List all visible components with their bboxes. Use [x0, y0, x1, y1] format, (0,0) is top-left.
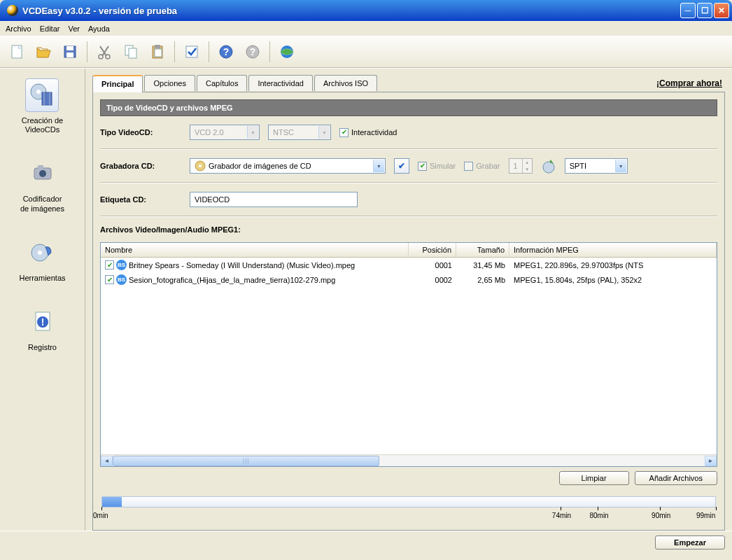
row-checkbox[interactable]: ✔ [105, 275, 114, 284]
limpiar-button[interactable]: Limpiar [559, 471, 629, 485]
chevron-down-icon[interactable]: ▼ [615, 160, 626, 172]
cut-button[interactable] [92, 39, 117, 64]
sidebar-item-creacion[interactable]: Creación deVideoCDs [22, 78, 63, 134]
svg-point-19 [36, 90, 41, 94]
help2-button[interactable]: ? [240, 39, 265, 64]
col-posicion[interactable]: Posición [409, 243, 456, 257]
tab-archivos-iso[interactable]: Archivos ISO [314, 75, 377, 91]
chevron-down-icon[interactable]: ▼ [373, 160, 384, 172]
copy-button[interactable] [118, 39, 143, 64]
toolbar: ? ? [0, 36, 732, 68]
web-button[interactable] [274, 39, 300, 64]
row-checkbox[interactable]: ✔ [105, 260, 114, 270]
check-button[interactable] [179, 39, 204, 64]
section-header: Tipo de VideoCD y archivos MPEG [100, 99, 717, 116]
svg-rect-7 [129, 48, 136, 58]
tipo-videocd-label: Tipo VideoCD: [100, 128, 181, 136]
scroll-thumb[interactable] [113, 456, 379, 466]
maximize-button[interactable]: ☐ [697, 3, 712, 18]
svg-point-27 [38, 251, 42, 255]
tab-opciones[interactable]: Opciones [144, 75, 195, 91]
svg-text:?: ? [250, 46, 256, 57]
buy-now-link[interactable]: ¡Comprar ahora! [656, 78, 725, 88]
driver-combo[interactable]: SPTI▼ [565, 158, 628, 174]
save-button[interactable] [57, 39, 83, 64]
menubar: Archivo Editar Ver Ayuda [0, 21, 732, 36]
svg-text:?: ? [223, 46, 230, 57]
sidebar-item-herramientas[interactable]: Herramientas [19, 236, 65, 283]
grabar-checkbox: Grabar [464, 162, 500, 171]
tab-capitulos[interactable]: Capítulos [197, 75, 247, 91]
file-type-icon: BS [116, 274, 127, 285]
timeline-track [101, 496, 716, 507]
svg-rect-3 [66, 52, 73, 57]
listview-header: Nombre Posición Tamaño Información MPEG [101, 243, 717, 258]
scroll-left-button[interactable]: ◄ [101, 456, 113, 466]
svg-point-4 [99, 55, 103, 59]
svg-text:!: ! [41, 316, 44, 328]
list-item[interactable]: ✔BSBritney Spears - Someday (I Will Unde… [101, 258, 717, 272]
scroll-right-button[interactable]: ► [705, 456, 717, 466]
svg-point-32 [199, 164, 202, 167]
chevron-down-icon: ▼ [318, 126, 330, 139]
simular-checkbox: ✔Simular [418, 162, 456, 171]
sidebar-item-registro[interactable]: ! Registro [26, 305, 59, 352]
new-button[interactable] [4, 39, 29, 64]
grabadora-combo[interactable]: Grabador de imágenes de CD▼ [190, 158, 386, 174]
svg-rect-22 [49, 92, 50, 105]
sidebar-label: Creación deVideoCDs [22, 116, 63, 134]
file-type-icon: BS [116, 260, 127, 270]
tab-interactividad[interactable]: Interactividad [248, 75, 312, 91]
archivos-label: Archivos Video/Imagen/Audio MPEG1: [100, 225, 241, 234]
svg-rect-25 [38, 165, 43, 169]
content-area: Principal Opciones Capítulos Interactivi… [85, 69, 732, 531]
list-item[interactable]: ✔BSSesion_fotografica_(Hijas_de_la_madre… [101, 272, 717, 287]
close-button[interactable]: ✕ [714, 3, 729, 18]
tipo-norm-combo: NTSC▼ [268, 125, 331, 140]
svg-point-24 [39, 170, 46, 177]
burn-icon[interactable] [541, 158, 556, 174]
grabadora-label: Grabadora CD: [100, 162, 181, 170]
app-icon [7, 5, 18, 16]
open-button[interactable] [31, 39, 56, 64]
window-titlebar: VCDEasy v3.0.2 - versión de prueba ─ ☐ ✕ [0, 0, 732, 21]
col-tamano[interactable]: Tamaño [456, 243, 509, 257]
paste-button[interactable] [145, 39, 170, 64]
verify-recorder-button[interactable]: ✔ [394, 158, 409, 174]
empezar-button[interactable]: Empezar [655, 536, 725, 550]
listview-body: ✔BSBritney Spears - Someday (I Will Unde… [101, 258, 717, 454]
chevron-down-icon: ▼ [247, 126, 258, 139]
menu-ayuda[interactable]: Ayuda [88, 24, 110, 33]
sidebar-label: Registro [28, 343, 57, 352]
etiqueta-label: Etiqueta CD: [100, 195, 181, 204]
copies-spinner: 1▲▼ [509, 158, 533, 174]
svg-point-5 [106, 55, 110, 59]
menu-editar[interactable]: Editar [40, 24, 60, 33]
svg-rect-11 [186, 46, 197, 57]
main-panel: Tipo de VideoCD y archivos MPEG Tipo Vid… [92, 92, 725, 531]
horizontal-scrollbar[interactable]: ◄ ► [101, 454, 717, 466]
col-info[interactable]: Información MPEG [509, 243, 717, 257]
tipo-format-combo: VCD 2.0▼ [190, 125, 260, 140]
svg-rect-10 [155, 49, 162, 57]
etiqueta-input[interactable] [190, 192, 358, 207]
tab-row: Principal Opciones Capítulos Interactivi… [92, 74, 725, 92]
sidebar-item-codificador[interactable]: Codificadorde imágenes [20, 157, 64, 213]
window-title: VCDEasy v3.0.2 - versión de prueba [22, 6, 177, 16]
tab-principal[interactable]: Principal [92, 75, 143, 92]
anadir-archivos-button[interactable]: Añadir Archivos [635, 471, 717, 485]
help-button[interactable]: ? [213, 39, 239, 64]
bottom-bar: Empezar [0, 531, 732, 554]
sidebar: Creación deVideoCDs Codificadorde imágen… [0, 69, 85, 531]
minimize-button[interactable]: ─ [680, 3, 696, 18]
interactividad-checkbox[interactable]: ✔Interactividad [339, 128, 397, 137]
menu-archivo[interactable]: Archivo [6, 24, 31, 33]
file-listview[interactable]: Nombre Posición Tamaño Información MPEG … [100, 242, 717, 467]
sidebar-label: Codificadorde imágenes [20, 195, 64, 213]
svg-rect-0 [12, 46, 22, 58]
menu-ver[interactable]: Ver [68, 24, 80, 33]
col-nombre[interactable]: Nombre [101, 243, 409, 257]
timeline-used [102, 497, 122, 507]
disc-timeline: 0min 74min 80min 90min 99min [100, 492, 717, 523]
svg-rect-2 [66, 46, 73, 50]
